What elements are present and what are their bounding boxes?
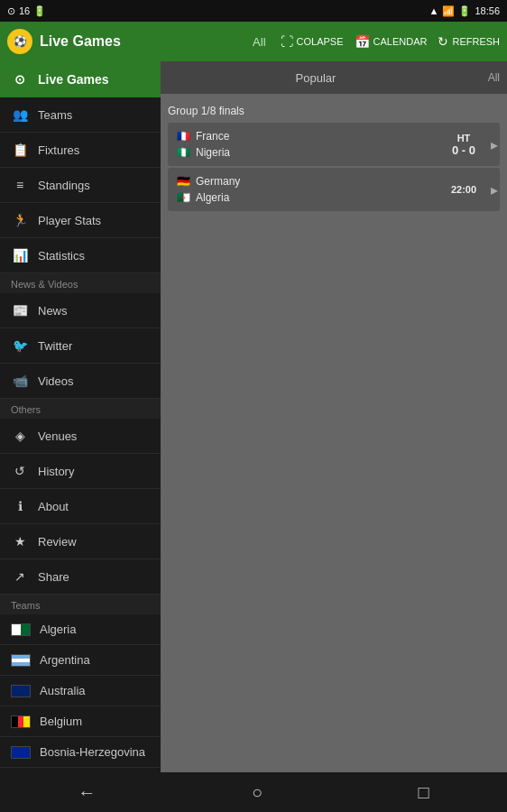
match-score-1: 0 - 0 xyxy=(437,143,491,157)
match-card-france-nigeria[interactable]: 🇫🇷 France 🇳🇬 Nigeria HT 0 - 0 ▸ xyxy=(168,123,500,166)
teams-icon: 👥 xyxy=(11,106,29,124)
team-name-germany: Germany xyxy=(196,175,240,188)
team-name-nigeria: Nigeria xyxy=(196,146,230,159)
review-icon: ★ xyxy=(11,532,29,550)
refresh-icon: ↻ xyxy=(438,34,448,49)
player-stats-icon: 🏃 xyxy=(11,211,29,229)
flag-algeria2: 🇩🇿 xyxy=(177,191,190,204)
sidebar-item-venues[interactable]: ◈ Venues xyxy=(0,419,161,454)
fixtures-icon: 📋 xyxy=(11,141,29,159)
scroll-indicator-1: ▸ xyxy=(491,136,498,153)
flag-argentina xyxy=(11,654,31,667)
bottom-nav: ← ○ □ xyxy=(0,772,507,812)
sidebar-label-player-stats: Player Stats xyxy=(38,214,101,227)
statistics-icon: 📊 xyxy=(11,246,29,264)
section-teams: Teams xyxy=(0,595,161,614)
sidebar: ⊙ Live Games 👥 Teams 📋 Fixtures ≡ Standi… xyxy=(0,61,161,772)
sidebar-label-fixtures: Fixtures xyxy=(38,143,79,157)
team-label-algeria: Algeria xyxy=(40,623,76,636)
match-status-2: 22:00 xyxy=(437,184,491,195)
calendar-icon: 📅 xyxy=(355,34,370,49)
sidebar-label-teams: Teams xyxy=(38,108,72,122)
match-team-germany: 🇩🇪 Germany xyxy=(177,175,437,188)
sidebar-label-venues: Venues xyxy=(38,429,77,443)
sidebar-item-fixtures[interactable]: 📋 Fixtures xyxy=(0,133,161,168)
refresh-button[interactable]: ↻ REFRESH xyxy=(438,34,500,49)
flag-bosnia xyxy=(11,746,31,759)
signal-bars-icon: 📶 xyxy=(442,5,455,17)
main-layout: ⊙ Live Games 👥 Teams 📋 Fixtures ≡ Standi… xyxy=(0,61,507,772)
content-body: Group 1/8 finals 🇫🇷 France 🇳🇬 Nigeria HT… xyxy=(161,94,507,772)
signal-icon: ⊙ xyxy=(7,5,15,17)
collapse-button[interactable]: ⛶ COLAPSE xyxy=(281,34,344,49)
sidebar-item-teams[interactable]: 👥 Teams xyxy=(0,97,161,133)
status-right: ▲ 📶 🔋 18:56 xyxy=(429,5,500,17)
calendar-button[interactable]: 📅 CALENDAR xyxy=(355,34,428,49)
wifi-icon: ▲ xyxy=(429,5,439,16)
sidebar-label-history: History xyxy=(38,465,74,478)
sidebar-item-argentina[interactable]: Argentina xyxy=(0,645,161,676)
tab-popular[interactable]: Popular xyxy=(161,64,471,92)
sidebar-item-brazil[interactable]: Brazil xyxy=(0,768,161,772)
team-label-bosnia: Bosnia-Herzegovina xyxy=(40,745,145,759)
sidebar-item-review[interactable]: ★ Review xyxy=(0,524,161,559)
status-left: ⊙ 16 🔋 xyxy=(7,5,46,17)
tab-all[interactable]: All xyxy=(471,71,507,84)
calendar-label: CALENDAR xyxy=(373,36,428,47)
sidebar-item-twitter[interactable]: 🐦 Twitter xyxy=(0,328,161,364)
team-label-australia: Australia xyxy=(40,684,86,697)
flag-germany: 🇩🇪 xyxy=(177,175,190,188)
team-name-france: France xyxy=(196,130,229,143)
section-others: Others xyxy=(0,399,161,419)
clock: 18:56 xyxy=(475,5,500,16)
team-label-argentina: Argentina xyxy=(40,653,90,667)
sidebar-item-share[interactable]: ↗ Share xyxy=(0,559,161,595)
sidebar-item-belgium[interactable]: Belgium xyxy=(0,706,161,737)
scroll-indicator-2: ▸ xyxy=(491,181,498,198)
flag-belgium xyxy=(11,715,31,728)
sidebar-item-about[interactable]: ℹ About xyxy=(0,489,161,524)
sidebar-item-australia[interactable]: Australia xyxy=(0,676,161,706)
sidebar-item-bosnia[interactable]: Bosnia-Herzegovina xyxy=(0,737,161,768)
sidebar-label-review: Review xyxy=(38,535,77,549)
content-tabs: Popular All xyxy=(161,61,507,94)
sidebar-item-videos[interactable]: 📹 Videos xyxy=(0,364,161,399)
sidebar-label-standings: Standings xyxy=(38,179,90,192)
collapse-icon: ⛶ xyxy=(281,34,293,49)
flag-france: 🇫🇷 xyxy=(177,130,190,143)
sidebar-label-share: Share xyxy=(38,570,69,584)
app-bar-tab[interactable]: All xyxy=(245,32,272,52)
collapse-label: COLAPSE xyxy=(297,36,344,47)
flag-algeria xyxy=(11,623,31,636)
app-logo: ⚽ xyxy=(7,29,32,54)
refresh-label: REFRESH xyxy=(452,36,500,47)
sidebar-item-statistics[interactable]: 📊 Statistics xyxy=(0,238,161,273)
notification-count: 16 xyxy=(19,5,30,16)
sidebar-item-player-stats[interactable]: 🏃 Player Stats xyxy=(0,203,161,238)
sidebar-item-news[interactable]: 📰 News xyxy=(0,293,161,328)
match-team-france: 🇫🇷 France xyxy=(177,130,437,143)
app-bar: ⚽ Live Games All ⛶ COLAPSE 📅 CALENDAR ↻ … xyxy=(0,22,507,61)
match-team-nigeria: 🇳🇬 Nigeria xyxy=(177,146,437,159)
sidebar-label-news: News xyxy=(38,304,68,318)
home-button[interactable]: ○ xyxy=(234,775,281,810)
twitter-icon: 🐦 xyxy=(11,337,29,355)
venues-icon: ◈ xyxy=(11,427,29,445)
section-news-videos: News & Videos xyxy=(0,273,161,293)
match-score-area-1: HT 0 - 0 xyxy=(437,133,491,157)
match-card-germany-algeria[interactable]: 🇩🇪 Germany 🇩🇿 Algeria 22:00 ▸ xyxy=(168,168,500,211)
sidebar-item-standings[interactable]: ≡ Standings xyxy=(0,168,161,203)
sidebar-item-history[interactable]: ↺ History xyxy=(0,454,161,489)
group-header: Group 1/8 finals xyxy=(168,101,500,123)
sidebar-label-videos: Videos xyxy=(38,374,74,388)
news-icon: 📰 xyxy=(11,301,29,319)
sidebar-item-algeria[interactable]: Algeria xyxy=(0,614,161,645)
battery-icon: 🔋 xyxy=(458,5,471,17)
battery-status-icon: 🔋 xyxy=(33,5,46,17)
history-icon: ↺ xyxy=(11,462,29,480)
live-games-icon: ⊙ xyxy=(11,70,29,88)
sidebar-active-item[interactable]: ⊙ Live Games xyxy=(0,61,161,97)
status-bar: ⊙ 16 🔋 ▲ 📶 🔋 18:56 xyxy=(0,0,507,22)
back-button[interactable]: ← xyxy=(60,775,114,810)
recents-button[interactable]: □ xyxy=(401,775,447,810)
